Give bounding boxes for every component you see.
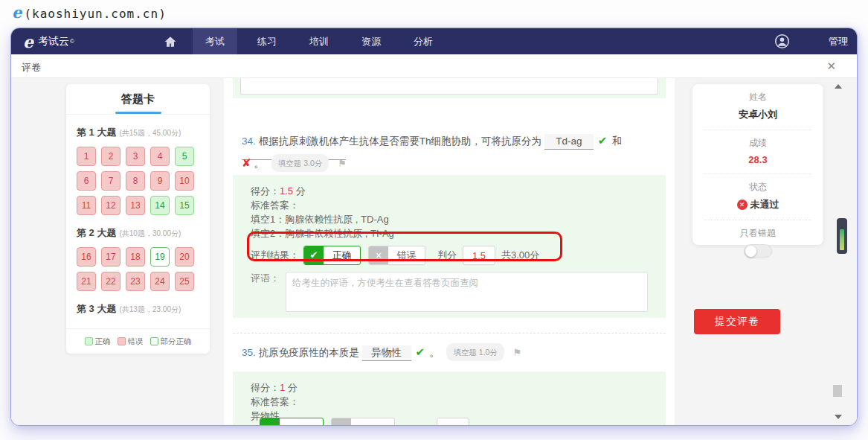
student-score-item: 成绩 28.3 [704,130,811,174]
period-text: 。 [429,347,440,358]
correct-button-label: 正确 [324,249,360,262]
cross-icon: ✘ [242,156,251,169]
modal-title: 评卷 [22,61,41,74]
question-cell-19[interactable]: 19 [150,247,170,267]
question-cell-2[interactable]: 2 [101,147,120,166]
question-divider [233,333,666,334]
question-35-text: 35.抗原免疫原性的本质是 异物性✔。 填空题 1.0分 ⚑ [242,343,666,361]
question-type-badge: 填空题 3.0分 [271,154,329,172]
student-name-item: 姓名 安卓小刘 [704,84,811,130]
brand-name: 考试云 [38,35,69,48]
wrong-button[interactable]: ✕ 错误 [368,246,425,265]
question-cell-21[interactable]: 21 [77,272,96,291]
question-cell-22[interactable]: 22 [101,272,120,291]
question-cell-16[interactable]: 16 [77,247,96,267]
nav-tabs: 考试练习培训资源分析 [193,28,453,54]
modal-body: 答题卡 第 1 大题(共15题，45.00分)12345678910111213… [11,78,857,425]
home-icon[interactable] [163,34,178,49]
answer-blank-1: Td-ag [544,134,594,150]
question-cell-4[interactable]: 4 [150,147,170,166]
status-line: ✕ 未通过 [704,198,811,211]
standard-answer-label: 标准答案： [251,395,648,409]
status-label: 状态 [704,181,811,194]
student-status-item: 状态 ✕ 未通过 [704,174,811,220]
wrong-only-toggle[interactable] [744,244,772,258]
nav-tab-4[interactable]: 资源 [349,28,393,54]
score-label: 成绩 [704,137,811,150]
question-cell-3[interactable]: 3 [126,147,145,166]
nav-tab-2[interactable]: 练习 [245,28,289,54]
brand-e-icon: e [23,32,33,51]
check-icon: ✔ [416,345,425,358]
previous-comment-textarea[interactable] [240,78,658,95]
app-window: e 考试云 © 考试练习培训资源分析 管理 评卷 ✕ 答题卡 [10,28,858,426]
check-icon: ✔ [304,246,324,265]
site-logo-icon: e [12,3,22,22]
wrong-only-item: 只看错题 [704,220,811,267]
question-cell-9[interactable]: 9 [150,171,170,191]
wrong-button[interactable] [331,418,395,426]
question-cell-17[interactable]: 17 [101,247,120,267]
answer-card-sections: 第 1 大题(共15题，45.00分)123456789101112131415… [66,125,210,323]
correct-button[interactable] [260,418,324,426]
flag-icon[interactable]: ⚑ [338,158,347,169]
question-cell-20[interactable]: 20 [175,247,194,267]
score-suffix: 分 [288,382,298,393]
grading-content: 34.根据抗原刺激机体产生抗体是否需要Th细胞协助，可将抗原分为 Td-ag✔和… [224,78,675,426]
student-name: 安卓小刘 [704,108,811,121]
judge-score-input[interactable] [463,246,495,265]
question-cell-7[interactable]: 7 [101,171,120,191]
question-cell-12[interactable]: 12 [101,196,120,215]
answer-card-legend: 正确错误部分正确 [66,328,210,354]
q35-score-box: 得分：1 分 标准答案： 异物性 [233,372,666,426]
scroll-up-arrow[interactable] [835,84,842,89]
question-cell-11[interactable]: 11 [77,196,96,215]
question-cell-25[interactable]: 25 [175,272,194,291]
cross-icon: ✕ [369,246,388,265]
scroll-down-arrow[interactable] [835,415,842,419]
user-avatar-icon[interactable] [774,34,790,49]
answer-card-title: 答题卡 [66,84,210,106]
question-cell-18[interactable]: 18 [126,247,145,267]
question-cell-10[interactable]: 10 [175,171,194,191]
question-cell-1[interactable]: 1 [77,147,96,166]
question-cell-5[interactable]: 5 [175,147,194,166]
previous-question-remnant [233,78,666,98]
correct-button[interactable]: ✔ 正确 [303,246,361,265]
submit-grading-button[interactable]: 提交评卷 [694,309,780,334]
judge-score-input[interactable] [437,418,469,426]
question-type-badge: 填空题 1.0分 [446,343,504,361]
question-cell-14[interactable]: 14 [150,196,170,215]
nav-tab-1[interactable]: 考试 [193,28,237,54]
side-widget-handle[interactable] [837,218,847,254]
judge-total: 共3.00分 [501,249,539,262]
question-cell-24[interactable]: 24 [150,272,170,291]
site-title: e(kaoshiyun.com.cn) [12,3,167,22]
nav-admin[interactable]: 管理 [829,28,848,54]
brand-logo[interactable]: e 考试云 © [23,28,74,54]
legend-item: 正确 [85,337,111,347]
question-cell-13[interactable]: 13 [126,196,145,215]
standard-answer-label: 标准答案： [251,198,648,212]
question-cell-23[interactable]: 23 [126,272,145,291]
nav-tab-5[interactable]: 分析 [401,28,446,54]
nav-tab-3[interactable]: 培训 [297,28,341,54]
score-value: 1 [280,382,285,393]
section-heading: 第 3 大题(共13题，23.00分) [77,302,199,316]
question-cell-8[interactable]: 8 [126,171,145,191]
close-icon[interactable]: ✕ [826,60,836,73]
question-cell-6[interactable]: 6 [77,171,96,191]
flag-icon[interactable]: ⚑ [513,347,522,358]
q34-score-box: 得分：1.5 分 标准答案： 填空1：胸腺依赖性抗原 , TD-Ag 填空2：胸… [233,175,666,318]
comment-textarea[interactable] [286,272,648,312]
question-34-line2: ✘。 填空题 3.0分 ⚑ [242,154,666,172]
toggle-knob [745,246,756,257]
scrollbar-thumb[interactable] [833,385,842,397]
filter-label: 只看错题 [704,227,811,240]
question-cell-15[interactable]: 15 [175,196,194,215]
score-label: 得分： [251,382,280,393]
wrong-button-label: 错误 [388,249,425,262]
comment-label: 评语： [251,272,280,312]
question-stem: 根据抗原刺激机体产生抗体是否需要Th细胞协助，可将抗原分为 [259,135,541,147]
answer-card-section: 第 2 大题(共10题，30.00分)16171819202122232425 [77,226,199,291]
